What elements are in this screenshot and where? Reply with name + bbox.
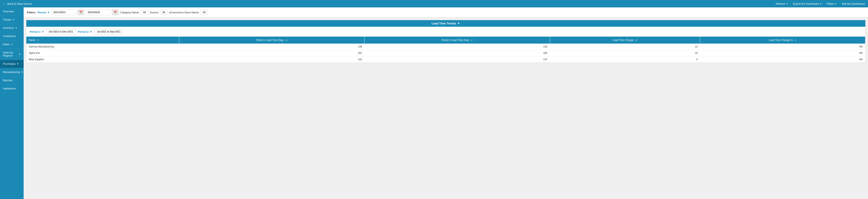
filters-chevron-icon: ▼ <box>835 3 837 5</box>
back-arrow-icon: ← <box>3 2 6 5</box>
calendar-from-icon[interactable]: 📅 <box>78 9 84 15</box>
inventory-chevron-icon: ▼ <box>15 27 17 29</box>
sort-change-icon: ⇵ <box>636 39 637 41</box>
source-all-button[interactable]: All <box>160 10 167 15</box>
sidebar-item-overview[interactable]: Overview <box>0 7 24 15</box>
content-area: Filters: Period: ▼ 📅 📅 Category Name: Al… <box>24 7 868 199</box>
edit-button[interactable]: Edit the Dashboard <box>842 2 865 5</box>
salesbyregions-chevron-icon: ▼ <box>19 53 21 55</box>
table-row: Beta Supplies 142 137 5 4% <box>26 56 865 63</box>
sidebar-purchases-label: Purchases <box>3 62 16 65</box>
period-filter[interactable]: Period: ▼ <box>37 11 50 14</box>
sidebar-customers-label: Customers <box>3 35 16 38</box>
ecommerce-filter: eCommerce Store Name: All <box>169 10 208 15</box>
sidebar-item-customers[interactable]: Customers <box>0 32 24 40</box>
col-p1[interactable]: Period 1 Lead Time Days ⇵ <box>179 37 364 43</box>
cell-p2: 137 <box>365 56 550 63</box>
sales-chevron-icon: ▼ <box>11 43 13 45</box>
table-header-row: Name ⇵ Period 1 Lead Time Days ⇵ Period … <box>26 37 865 43</box>
dashboard-content: Lead Time Trends ▼ Period 1: ▼ Oct-2021 … <box>24 18 868 199</box>
category-all-button[interactable]: All <box>141 10 148 15</box>
cell-p2: 126 <box>365 43 550 50</box>
sidebar-salesbyregions-label: Sales by Regions <box>3 51 18 57</box>
sidebar-sales-label: Sales <box>3 43 10 46</box>
period1-value-button[interactable]: Oct-2021 to Dec-2021 <box>47 29 75 35</box>
sidebar-batches-label: Batches <box>3 79 12 82</box>
purchases-chevron-icon: ▼ <box>17 63 19 65</box>
cell-change-pct: 4% <box>700 56 865 63</box>
sidebar-item-sales-by-regions[interactable]: Sales by Regions ▼ <box>0 48 24 60</box>
export-button[interactable]: Export the Dashboard ▼ <box>793 2 822 5</box>
refresh-button[interactable]: Refresh ▼ <box>776 2 788 5</box>
period1-chevron-icon: ▼ <box>41 30 44 33</box>
period2-chevron-icon: ▼ <box>90 30 92 33</box>
cell-p1: 202 <box>179 50 364 56</box>
export-chevron-icon: ▼ <box>820 3 822 5</box>
lead-time-table: Name ⇵ Period 1 Lead Time Days ⇵ Period … <box>26 37 865 63</box>
category-filter: Category Name: All <box>120 10 148 15</box>
top-bar: ← Back to Data Source Refresh ▼ Export t… <box>0 0 868 7</box>
filter-bar: Filters: Period: ▼ 📅 📅 Category Name: Al… <box>24 7 868 18</box>
sort-changepct-icon: ⇵ <box>795 39 796 41</box>
sidebar: Overview Trends ▼ Inventory ▼ Customers … <box>0 7 24 199</box>
sidebar-item-purchases[interactable]: Purchases ▼ <box>0 60 24 68</box>
calendar-to-icon[interactable]: 📅 <box>112 9 118 15</box>
col-change[interactable]: Lead Time Change ⇵ <box>550 37 700 43</box>
sort-name-icon: ⇵ <box>37 39 39 41</box>
sidebar-item-batches[interactable]: Batches <box>0 76 24 85</box>
category-label: Category Name: <box>120 11 140 14</box>
cell-change: 5 <box>550 56 700 63</box>
col-p2[interactable]: Period 2 Lead Time Days ⇵ <box>365 37 550 43</box>
col-change-pct[interactable]: Lead Time Change % ⇵ <box>700 37 865 43</box>
top-bar-actions: Refresh ▼ Export the Dashboard ▼ Filters… <box>776 2 865 5</box>
cell-change: 12 <box>550 43 700 50</box>
sidebar-item-sales[interactable]: Sales ▼ <box>0 40 24 48</box>
period2-value-button[interactable]: Jul-2021 to Sep-2021 <box>95 29 123 35</box>
period-selectors: Period 1: ▼ Oct-2021 to Dec-2021 Period … <box>26 27 865 37</box>
manufacturing-chevron-icon: ▼ <box>21 71 23 73</box>
ecommerce-all-button[interactable]: All <box>200 10 208 15</box>
sidebar-trends-label: Trends <box>3 18 11 21</box>
date-from-input[interactable] <box>52 9 76 15</box>
period2-label[interactable]: Period 2: ▼ <box>78 30 93 33</box>
panel-title-chevron-icon: ▼ <box>457 22 460 25</box>
sort-p2-icon: ⇵ <box>471 39 473 41</box>
sidebar-item-inventory[interactable]: Inventory ▼ <box>0 24 24 32</box>
sidebar-overview-label: Overview <box>3 10 14 13</box>
panel-title: Lead Time Trends <box>432 22 456 25</box>
back-to-datasource[interactable]: ← Back to Data Source <box>3 2 32 5</box>
filters-button[interactable]: Filters ▼ <box>827 2 837 5</box>
ecommerce-label: eCommerce Store Name: <box>169 11 199 14</box>
main-layout: Overview Trends ▼ Inventory ▼ Customers … <box>0 7 868 199</box>
cell-name: Beta Supplies <box>26 56 179 63</box>
col-name[interactable]: Name ⇵ <box>26 37 179 43</box>
sidebar-item-validations[interactable]: Validations <box>0 85 24 93</box>
sidebar-item-manufacturing[interactable]: Manufacturing ▼ <box>0 68 24 76</box>
cell-p2: 183 <box>365 50 550 56</box>
filters-label: Filters: <box>27 11 36 14</box>
cell-p1: 138 <box>179 43 364 50</box>
trends-chevron-icon: ▼ <box>12 19 14 21</box>
period1-label[interactable]: Period 1: ▼ <box>30 30 44 33</box>
source-label: Source: <box>150 11 159 14</box>
sidebar-validations-label: Validations <box>3 87 16 90</box>
sidebar-manufacturing-label: Manufacturing <box>3 70 20 74</box>
table-row: Alpha Iron 202 183 19 9% <box>26 50 865 56</box>
cell-change-pct: 9% <box>700 50 865 56</box>
refresh-chevron-icon: ▼ <box>786 3 788 5</box>
cell-name: Gamma Manufacturing <box>26 43 179 50</box>
source-filter: Source: All <box>150 10 167 15</box>
date-to-input[interactable] <box>86 9 111 15</box>
table-row: Gamma Manufacturing 138 126 12 9% <box>26 43 865 50</box>
period-chevron-icon: ▼ <box>47 11 50 14</box>
sidebar-inventory-label: Inventory <box>3 26 14 29</box>
sidebar-item-trends[interactable]: Trends ▼ <box>0 15 24 24</box>
cell-change: 19 <box>550 50 700 56</box>
panel-header: Lead Time Trends ▼ <box>26 20 865 27</box>
back-label: Back to Data Source <box>7 2 32 5</box>
sort-p1-icon: ⇵ <box>286 39 287 41</box>
cell-p1: 142 <box>179 56 364 63</box>
cell-change-pct: 9% <box>700 43 865 50</box>
lead-time-trends-panel: Lead Time Trends ▼ Period 1: ▼ Oct-2021 … <box>26 20 866 63</box>
cell-name: Alpha Iron <box>26 50 179 56</box>
